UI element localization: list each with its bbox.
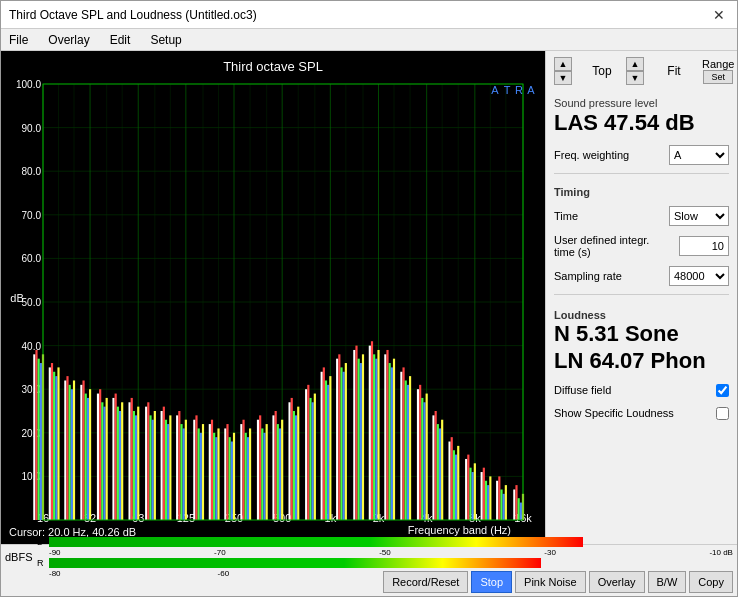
chart-title: Third octave SPL bbox=[5, 59, 541, 74]
level-fill-L bbox=[49, 537, 583, 547]
dbfs-label: dBFS bbox=[5, 551, 33, 563]
arta-watermark: ARTA bbox=[489, 84, 537, 98]
nav-row: ▲ ▼ Top ▲ ▼ Fit Range Set bbox=[554, 57, 729, 85]
bottom-bar: dBFS L -90 -70 -50 -30 -10 dB bbox=[1, 544, 737, 596]
spl-label: Sound pressure level bbox=[554, 97, 729, 109]
tick-L-90: -90 bbox=[49, 548, 61, 557]
main-content: Third octave SPL ARTA Cursor: 20.0 Hz, 4… bbox=[1, 51, 737, 544]
tick-L-10: -10 dB bbox=[709, 548, 733, 557]
time-row: Time Slow Fast Impulse bbox=[554, 206, 729, 226]
level-bar-L bbox=[49, 537, 733, 547]
sampling-rate-row: Sampling rate 48000 44100 96000 bbox=[554, 266, 729, 286]
level-bar-R bbox=[49, 558, 733, 568]
sidebar: ▲ ▼ Top ▲ ▼ Fit Range Set Sound pressure… bbox=[545, 51, 737, 544]
title-bar: Third Octave SPL and Loudness (Untitled.… bbox=[1, 1, 737, 29]
overlay-btn[interactable]: Overlay bbox=[589, 571, 645, 593]
diffuse-checkbox[interactable] bbox=[716, 384, 729, 397]
bw-btn[interactable]: B/W bbox=[648, 571, 687, 593]
freq-weighting-row: Freq. weighting A B C Z bbox=[554, 145, 729, 165]
stop-btn[interactable]: Stop bbox=[471, 571, 512, 593]
chart-area: Third octave SPL ARTA Cursor: 20.0 Hz, 4… bbox=[1, 51, 545, 544]
diffuse-label: Diffuse field bbox=[554, 384, 611, 396]
loudness-n-value: N 5.31 Sone bbox=[554, 321, 729, 347]
pink-noise-btn[interactable]: Pink Noise bbox=[515, 571, 586, 593]
freq-weighting-select[interactable]: A B C Z bbox=[669, 145, 729, 165]
fit-up-btn[interactable]: ▲ bbox=[626, 57, 644, 71]
user-defined-label: User defined integr. time (s) bbox=[554, 234, 654, 258]
ch-label-R: R bbox=[37, 558, 47, 568]
user-defined-input[interactable] bbox=[679, 236, 729, 256]
fit-down-btn[interactable]: ▼ bbox=[626, 71, 644, 85]
menu-edit[interactable]: Edit bbox=[106, 32, 135, 48]
top-up-btn[interactable]: ▲ bbox=[554, 57, 572, 71]
tick-L-50: -50 bbox=[379, 548, 391, 557]
fit-nav-group: ▲ ▼ bbox=[626, 57, 644, 85]
record-reset-btn[interactable]: Record/Reset bbox=[383, 571, 468, 593]
menu-bar: File Overlay Edit Setup bbox=[1, 29, 737, 51]
chart-canvas bbox=[5, 76, 541, 524]
menu-overlay[interactable]: Overlay bbox=[44, 32, 93, 48]
button-row: Record/Reset Stop Pink Noise Overlay B/W… bbox=[1, 569, 737, 595]
tick-L-70: -70 bbox=[214, 548, 226, 557]
window-title: Third Octave SPL and Loudness (Untitled.… bbox=[9, 8, 257, 22]
spl-value: LAS 47.54 dB bbox=[554, 111, 729, 135]
fit-label: Fit bbox=[654, 64, 694, 78]
top-label: Top bbox=[582, 64, 622, 78]
show-specific-checkbox[interactable] bbox=[716, 407, 729, 420]
top-nav-group: ▲ ▼ bbox=[554, 57, 572, 85]
loudness-ln-value: LN 64.07 Phon bbox=[554, 348, 729, 374]
loudness-section-label: Loudness bbox=[554, 309, 729, 321]
menu-setup[interactable]: Setup bbox=[146, 32, 185, 48]
menu-file[interactable]: File bbox=[5, 32, 32, 48]
show-specific-row: Show Specific Loudness bbox=[554, 407, 729, 420]
time-select[interactable]: Slow Fast Impulse bbox=[669, 206, 729, 226]
level-row-L: L bbox=[37, 537, 733, 547]
show-specific-label: Show Specific Loudness bbox=[554, 407, 674, 419]
diffuse-row: Diffuse field bbox=[554, 384, 729, 397]
loudness-section: Loudness N 5.31 Sone LN 64.07 Phon bbox=[554, 305, 729, 374]
spl-section: Sound pressure level LAS 47.54 dB bbox=[554, 97, 729, 135]
close-button[interactable]: ✕ bbox=[709, 7, 729, 23]
sampling-rate-label: Sampling rate bbox=[554, 270, 622, 282]
timing-section-label: Timing bbox=[554, 186, 729, 198]
freq-weighting-label: Freq. weighting bbox=[554, 149, 629, 161]
range-label: Range bbox=[702, 58, 734, 70]
level-row-R: R bbox=[37, 558, 733, 568]
level-fill-R bbox=[49, 558, 541, 568]
copy-btn[interactable]: Copy bbox=[689, 571, 733, 593]
tick-L-30: -30 bbox=[544, 548, 556, 557]
sampling-rate-select[interactable]: 48000 44100 96000 bbox=[669, 266, 729, 286]
top-down-btn[interactable]: ▼ bbox=[554, 71, 572, 85]
set-btn[interactable]: Set bbox=[703, 70, 733, 84]
main-window: Third Octave SPL and Loudness (Untitled.… bbox=[0, 0, 738, 597]
user-defined-row: User defined integr. time (s) bbox=[554, 234, 729, 258]
time-label: Time bbox=[554, 210, 578, 222]
dbfs-row: dBFS L -90 -70 -50 -30 -10 dB bbox=[1, 545, 737, 569]
